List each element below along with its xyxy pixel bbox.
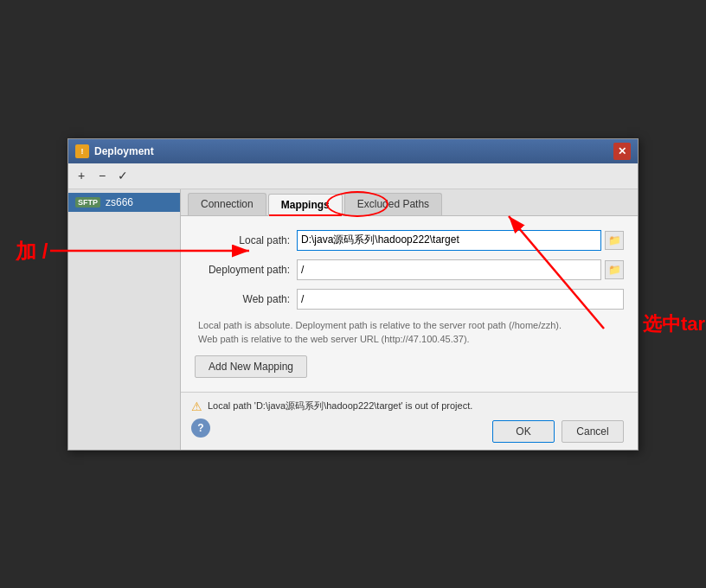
help-button[interactable]: ? — [191, 419, 210, 438]
title-bar: ! Deployment ✕ — [68, 139, 638, 163]
toolbar: + − ✓ — [68, 163, 638, 189]
bottom-row: ? OK Cancel — [191, 413, 627, 443]
right-panel: Connection Mappings Excluded Paths Lo — [181, 189, 638, 450]
deployment-path-input[interactable] — [297, 259, 601, 280]
tab-connection[interactable]: Connection — [188, 193, 266, 215]
warning-row: ⚠ Local path 'D:\java源码系列\hadoop222\targ… — [191, 399, 627, 413]
main-content: SFTP zs666 Connection Mappings Excluded … — [68, 189, 638, 450]
sidebar-item-label: zs666 — [106, 196, 133, 208]
web-path-input-wrapper — [297, 289, 624, 310]
ok-button[interactable]: OK — [492, 420, 555, 443]
close-button[interactable]: ✕ — [613, 143, 631, 160]
panel-content: Local path: 📁 Deployment path: 📁 — [181, 216, 638, 392]
hint-line1: Local path is absolute. Deployment path … — [198, 318, 624, 333]
window-title: Deployment — [94, 145, 613, 157]
deployment-path-browse-button[interactable]: 📁 — [605, 260, 624, 279]
local-path-input-wrapper: 📁 — [297, 230, 624, 251]
app-icon: ! — [75, 144, 89, 158]
add-new-mapping-button[interactable]: Add New Mapping — [195, 355, 307, 378]
add-button[interactable]: + — [72, 166, 91, 185]
annotation-add-slash: 加 / — [16, 238, 48, 265]
tab-mappings[interactable]: Mappings — [268, 194, 343, 216]
bottom-area: ⚠ Local path 'D:\java源码系列\hadoop222\targ… — [181, 392, 638, 450]
check-button[interactable]: ✓ — [113, 166, 132, 185]
deployment-dialog: ! Deployment ✕ + − ✓ SFTP zs666 — [67, 138, 639, 451]
warning-text: Local path 'D:\java源码系列\hadoop222\target… — [208, 399, 472, 412]
local-path-label: Local path: — [195, 234, 290, 246]
hint-text: Local path is absolute. Deployment path … — [195, 318, 624, 347]
deployment-path-input-wrapper: 📁 — [297, 259, 624, 280]
sidebar: SFTP zs666 — [68, 189, 181, 450]
web-path-input[interactable] — [297, 289, 624, 310]
local-path-browse-button[interactable]: 📁 — [605, 231, 624, 250]
annotation-select-target: 选中target — [643, 311, 706, 337]
hint-line2: Web path is relative to the web server U… — [198, 332, 624, 347]
web-path-label: Web path: — [195, 293, 290, 305]
tabs-bar: Connection Mappings Excluded Paths — [181, 189, 638, 216]
web-path-row: Web path: — [195, 289, 624, 310]
dialog-buttons: OK Cancel — [492, 420, 627, 443]
cancel-button[interactable]: Cancel — [562, 420, 624, 443]
sidebar-item-zs666[interactable]: SFTP zs666 — [68, 193, 180, 212]
warning-icon: ⚠ — [191, 399, 202, 413]
local-path-row: Local path: 📁 — [195, 230, 624, 251]
deployment-path-row: Deployment path: 📁 — [195, 259, 624, 280]
remove-button[interactable]: − — [93, 166, 112, 185]
deployment-path-label: Deployment path: — [195, 264, 290, 276]
local-path-input[interactable] — [297, 230, 601, 251]
tab-excluded-paths[interactable]: Excluded Paths — [344, 193, 442, 215]
sftp-badge: SFTP — [75, 197, 100, 208]
